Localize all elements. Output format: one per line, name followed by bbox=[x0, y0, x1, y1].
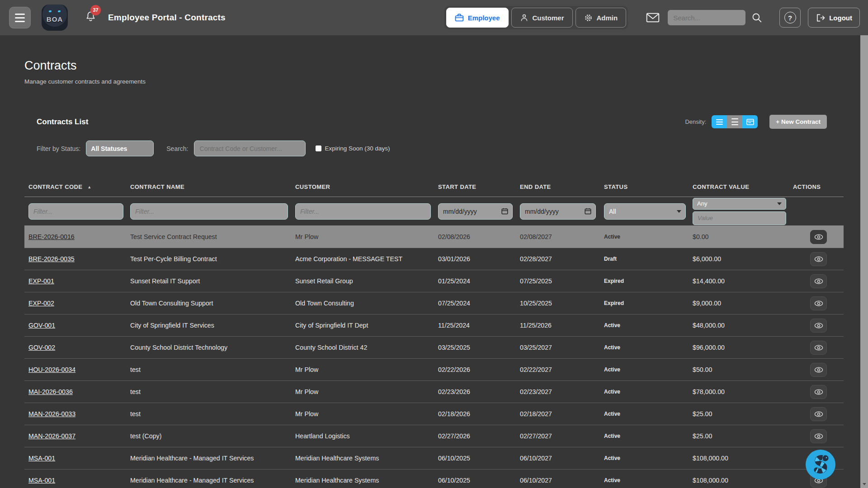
view-contract-button[interactable] bbox=[810, 319, 827, 333]
table-row[interactable]: GOV-002 County School District Technolog… bbox=[24, 337, 844, 359]
list-search-input[interactable] bbox=[194, 141, 306, 156]
end-date-cell: 11/25/2026 bbox=[516, 322, 600, 329]
contract-code-link[interactable]: BRE-2026-0016 bbox=[28, 233, 75, 240]
logout-label: Logout bbox=[829, 14, 852, 22]
contract-name-cell: Meridian Healthcare - Managed IT Service… bbox=[127, 477, 292, 484]
contract-code-link[interactable]: MAN-2026-0033 bbox=[28, 410, 75, 418]
column-header-customer[interactable]: CUSTOMER bbox=[292, 183, 434, 190]
view-contract-button[interactable] bbox=[810, 274, 827, 288]
column-header-actions: ACTIONS bbox=[789, 183, 844, 190]
column-header-contract-code[interactable]: CONTRACT CODE ▲ bbox=[24, 183, 127, 190]
view-contract-button[interactable] bbox=[810, 407, 827, 421]
contract-code-link[interactable]: MSA-001 bbox=[28, 477, 55, 484]
column-header-status[interactable]: STATUS bbox=[600, 183, 689, 190]
scrollbar-thumb[interactable] bbox=[860, 35, 868, 480]
view-contract-button[interactable] bbox=[810, 363, 827, 377]
sort-ascending-icon: ▲ bbox=[87, 185, 91, 189]
start-date-cell: 07/25/2024 bbox=[434, 300, 516, 307]
table-row[interactable]: GOV-001 City of Springfield IT Services … bbox=[24, 314, 844, 337]
eye-icon bbox=[814, 300, 823, 306]
contract-value-cell: $96,000.00 bbox=[689, 344, 789, 351]
view-contract-button[interactable] bbox=[810, 385, 827, 399]
view-contract-button[interactable] bbox=[810, 296, 827, 310]
search-button[interactable] bbox=[752, 13, 762, 23]
tab-employee[interactable]: Employee bbox=[446, 8, 509, 28]
contract-code-link[interactable]: GOV-002 bbox=[28, 344, 55, 351]
table-row[interactable]: MAN-2026-0037 test (Copy) Heartland Logi… bbox=[24, 425, 844, 447]
mail-button[interactable] bbox=[646, 12, 660, 23]
eye-icon bbox=[814, 278, 823, 284]
table-row[interactable]: MSA-001 Meridian Healthcare - Managed IT… bbox=[24, 447, 844, 469]
density-comfortable-button[interactable] bbox=[727, 115, 742, 128]
view-contract-button[interactable] bbox=[810, 230, 827, 244]
name-column-filter-input[interactable] bbox=[130, 203, 288, 220]
contract-value-cell: $108,000.00 bbox=[689, 477, 789, 484]
view-contract-button[interactable] bbox=[810, 429, 827, 443]
table-row[interactable]: HOU-2026-0034 test Mr Plow 02/22/2026 02… bbox=[24, 359, 844, 381]
tab-customer-label: Customer bbox=[533, 14, 564, 22]
end-date-cell: 03/25/2027 bbox=[516, 344, 600, 351]
briefcase-icon bbox=[455, 14, 464, 22]
start-date-filter-input[interactable]: mm/dd/yyyy bbox=[438, 203, 513, 220]
value-operator-select[interactable]: Any bbox=[693, 198, 786, 210]
end-date-cell: 02/28/2027 bbox=[516, 255, 600, 263]
tab-admin[interactable]: Admin bbox=[576, 8, 627, 28]
help-button[interactable]: ? bbox=[779, 8, 801, 28]
table-row[interactable]: BRE-2026-0016 Test Service Contract Requ… bbox=[24, 226, 844, 248]
table-row[interactable]: MSA-001 Meridian Healthcare - Managed IT… bbox=[24, 469, 844, 488]
expiring-soon-checkbox[interactable] bbox=[316, 145, 321, 151]
view-contract-button[interactable] bbox=[810, 341, 827, 355]
table-row[interactable]: EXP-002 Old Town Consulting Support Old … bbox=[24, 292, 844, 314]
column-header-contract-name[interactable]: CONTRACT NAME bbox=[127, 183, 292, 190]
notifications-button[interactable]: 37 bbox=[85, 11, 96, 25]
vertical-scrollbar[interactable] bbox=[860, 35, 868, 488]
code-column-filter-input[interactable] bbox=[28, 203, 123, 220]
contract-code-link[interactable]: GOV-001 bbox=[28, 322, 55, 329]
contract-name-cell: Sunset Retail IT Support bbox=[127, 277, 292, 285]
contract-code-header-label: CONTRACT CODE bbox=[28, 183, 82, 190]
contract-code-link[interactable]: EXP-001 bbox=[28, 277, 54, 285]
end-date-cell: 02/08/2027 bbox=[516, 233, 600, 240]
view-contract-button[interactable] bbox=[810, 252, 827, 266]
new-contract-button[interactable]: + New Contract bbox=[769, 115, 827, 129]
status-cell: Expired bbox=[600, 300, 689, 306]
density-compact-button[interactable] bbox=[712, 115, 727, 128]
customer-column-filter-input[interactable] bbox=[295, 203, 431, 220]
contract-code-link[interactable]: MAI-2026-0036 bbox=[28, 388, 73, 395]
contract-value-cell: $25.00 bbox=[689, 432, 789, 440]
assistant-fab-button[interactable] bbox=[806, 450, 835, 479]
logout-icon bbox=[816, 14, 825, 22]
density-card-button[interactable] bbox=[742, 115, 758, 128]
table-row[interactable]: MAN-2026-0033 test Mr Plow 02/18/2026 02… bbox=[24, 403, 844, 425]
contract-code-link[interactable]: EXP-002 bbox=[28, 300, 54, 307]
contract-code-link[interactable]: HOU-2026-0034 bbox=[28, 366, 75, 373]
customer-cell: Mr Plow bbox=[292, 233, 434, 240]
status-column-filter-select[interactable]: All bbox=[604, 203, 686, 220]
end-date-cell: 07/25/2025 bbox=[516, 277, 600, 285]
contract-code-link[interactable]: MSA-001 bbox=[28, 455, 55, 462]
logout-button[interactable]: Logout bbox=[808, 8, 860, 28]
status-cell: Active bbox=[600, 411, 689, 417]
end-date-cell: 02/22/2027 bbox=[516, 366, 600, 373]
table-row[interactable]: BRE-2026-0035 Test Per-Cycle Billing Con… bbox=[24, 248, 844, 270]
column-header-end-date[interactable]: END DATE bbox=[516, 183, 600, 190]
contract-code-link[interactable]: BRE-2026-0035 bbox=[28, 255, 75, 263]
scrollbar-down-button[interactable] bbox=[860, 480, 868, 488]
list-header: Contracts List Density: + New Co bbox=[24, 115, 844, 129]
contract-code-link[interactable]: MAN-2026-0037 bbox=[28, 432, 75, 440]
table-row[interactable]: MAI-2026-0036 test Mr Plow 02/23/2026 02… bbox=[24, 381, 844, 403]
expiring-soon-filter[interactable]: Expiring Soon (30 days) bbox=[316, 145, 390, 152]
global-search-input[interactable] bbox=[668, 10, 745, 25]
end-date-filter-input[interactable]: mm/dd/yyyy bbox=[520, 203, 596, 220]
column-header-contract-value[interactable]: CONTRACT VALUE bbox=[689, 183, 789, 190]
table-row[interactable]: EXP-001 Sunset Retail IT Support Sunset … bbox=[24, 270, 844, 292]
end-date-cell: 06/10/2027 bbox=[516, 477, 600, 484]
tab-customer[interactable]: Customer bbox=[511, 8, 573, 28]
value-column-filter-input[interactable] bbox=[693, 211, 786, 225]
status-filter-select[interactable]: All Statuses bbox=[86, 141, 154, 156]
eye-icon bbox=[814, 256, 823, 262]
eye-icon bbox=[814, 234, 823, 240]
eye-icon bbox=[814, 345, 823, 351]
column-header-start-date[interactable]: START DATE bbox=[434, 183, 516, 190]
hamburger-menu-button[interactable] bbox=[9, 7, 31, 28]
